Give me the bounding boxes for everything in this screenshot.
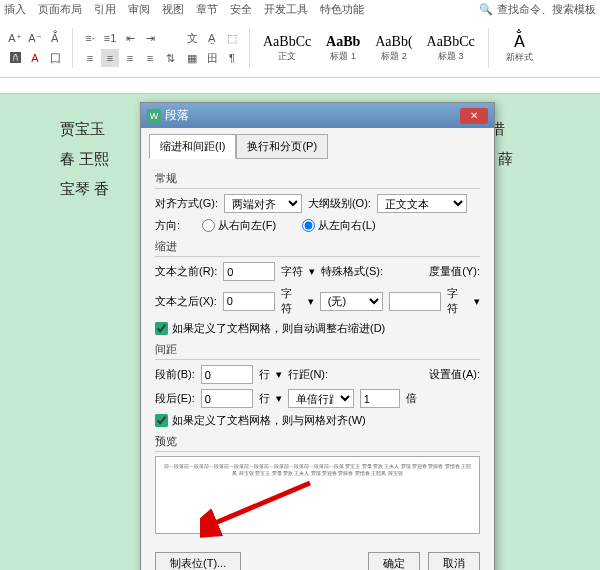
section-spacing: 间距 (155, 342, 480, 360)
measure-spinner[interactable] (389, 292, 441, 311)
dialog-titlebar[interactable]: W段落 ✕ (141, 103, 494, 128)
radio-label: 从右向左(F) (218, 218, 276, 233)
char-shading-icon[interactable]: 囗 (46, 49, 64, 67)
special-format-label: 特殊格式(S): (321, 264, 383, 279)
snap-to-grid-checkbox[interactable]: 如果定义了文档网格，则与网格对齐(W) (155, 413, 480, 428)
tab-features[interactable]: 特色功能 (320, 2, 364, 17)
close-button[interactable]: ✕ (460, 108, 488, 124)
measure-label: 度量值(Y): (429, 264, 480, 279)
style-preview: AaBb (325, 34, 361, 50)
style-heading3[interactable]: AaBbCc 标题 3 (422, 31, 480, 66)
ok-button[interactable]: 确定 (368, 552, 420, 570)
unit-label: 倍 (406, 391, 417, 406)
indent-left-icon[interactable]: ⇤ (121, 29, 139, 47)
tab-review[interactable]: 审阅 (128, 2, 150, 17)
style-label: 正文 (263, 50, 311, 63)
separator (249, 28, 250, 68)
tab-references[interactable]: 引用 (94, 2, 116, 17)
section-general: 常规 (155, 171, 480, 189)
separator (72, 28, 73, 68)
text-dir-icon[interactable]: 文 (183, 29, 201, 47)
font-decrease-icon[interactable]: A⁻ (26, 29, 44, 47)
align-left-icon[interactable]: ≡ (81, 49, 99, 67)
search-icon: 🔍 (479, 3, 493, 16)
unit-label: 行 (259, 367, 270, 382)
align-center-icon[interactable]: ≡ (101, 49, 119, 67)
direction-ltr-radio[interactable]: 从左向右(L) (302, 218, 375, 233)
preview-box: 前一段落前一段落前一段落前一段落前一段落前一段落前一段落前一段落前一段落 贾宝玉… (155, 456, 480, 534)
tabs-button[interactable]: 制表位(T)... (155, 552, 241, 570)
style-normal[interactable]: AaBbCc 正文 (258, 31, 316, 66)
unit-label: 字符 (447, 286, 468, 316)
tab-indent-spacing[interactable]: 缩进和间距(I) (149, 134, 236, 159)
font-style-icon[interactable]: A̐ (46, 29, 64, 47)
separator (488, 28, 489, 68)
style-label: 标题 3 (427, 50, 475, 63)
alignment-select[interactable]: 两端对齐 (224, 194, 302, 213)
ruler[interactable] (0, 78, 600, 94)
search-box[interactable]: 🔍 查找命令、搜索模板 (479, 2, 596, 17)
indent-before-spinner[interactable] (223, 262, 275, 281)
show-marks-icon[interactable]: ¶ (223, 49, 241, 67)
numbering-icon[interactable]: ≡1 (101, 29, 119, 47)
font-color-icon[interactable]: A (26, 49, 44, 67)
special-format-select[interactable]: (无) (320, 292, 383, 311)
shading-icon[interactable]: ▦ (183, 49, 201, 67)
space-before-spinner[interactable] (201, 365, 253, 384)
style-label: 标题 1 (325, 50, 361, 63)
style-heading2[interactable]: AaBb( 标题 2 (370, 31, 417, 66)
paragraph-dialog: W段落 ✕ 缩进和间距(I) 换行和分页(P) 常规 对齐方式(G): 两端对齐… (140, 102, 495, 570)
section-indent: 缩进 (155, 239, 480, 257)
style-preview: AaBb( (375, 34, 412, 50)
space-before-label: 段前(B): (155, 367, 195, 382)
borders-icon[interactable]: 田 (203, 49, 221, 67)
indent-after-spinner[interactable] (223, 292, 275, 311)
char-border-icon[interactable]: ⬚ (223, 29, 241, 47)
checkbox-label: 如果定义了文档网格，则与网格对齐(W) (172, 413, 366, 428)
indent-right-icon[interactable]: ⇥ (141, 29, 159, 47)
set-value-spinner[interactable] (360, 389, 400, 408)
checkbox-label: 如果定义了文档网格，则自动调整右缩进(D) (172, 321, 385, 336)
line-spacing-select[interactable]: 单倍行距 (288, 389, 354, 408)
section-preview: 预览 (155, 434, 480, 452)
style-preview: AaBbCc (263, 34, 311, 50)
direction-rtl-radio[interactable]: 从右向左(F) (202, 218, 276, 233)
radio-label: 从左向右(L) (318, 218, 375, 233)
tab-line-page-breaks[interactable]: 换行和分页(P) (236, 134, 328, 159)
tab-chapter[interactable]: 章节 (196, 2, 218, 17)
dialog-body: 常规 对齐方式(G): 两端对齐 大纲级别(O): 正文文本 方向: 从右向左(… (141, 159, 494, 544)
unit-label: 行 (259, 391, 270, 406)
unit-label: 字符 (281, 286, 302, 316)
style-preview: AaBbCc (427, 34, 475, 50)
tab-page-layout[interactable]: 页面布局 (38, 2, 82, 17)
highlight-icon[interactable]: 🅰 (6, 49, 24, 67)
dialog-tabs: 缩进和间距(I) 换行和分页(P) (141, 128, 494, 159)
outline-select[interactable]: 正文文本 (377, 194, 467, 213)
cancel-button[interactable]: 取消 (428, 552, 480, 570)
tab-security[interactable]: 安全 (230, 2, 252, 17)
bullets-icon[interactable]: ≡· (81, 29, 99, 47)
line-spacing-label: 行距(N): (288, 367, 328, 382)
align-right-icon[interactable]: ≡ (121, 49, 139, 67)
alignment-label: 对齐方式(G): (155, 196, 218, 211)
line-spacing-icon[interactable]: ⇅ (161, 49, 179, 67)
tab-view[interactable]: 视图 (162, 2, 184, 17)
style-heading1[interactable]: AaBb 标题 1 (320, 31, 366, 66)
ribbon: 插入 页面布局 引用 审阅 视图 章节 安全 开发工具 特色功能 🔍 查找命令、… (0, 0, 600, 78)
unit-label: 字符 (281, 264, 303, 279)
direction-label: 方向: (155, 218, 180, 233)
tab-dev-tools[interactable]: 开发工具 (264, 2, 308, 17)
font-increase-icon[interactable]: A⁺ (6, 29, 24, 47)
ribbon-toolbar: A⁺ A⁻ A̐ 🅰 A 囗 ≡· ≡1 ⇤ ⇥ ≡ ≡ ≡ ≡ (0, 19, 600, 77)
space-after-spinner[interactable] (201, 389, 253, 408)
ribbon-tabs: 插入 页面布局 引用 审阅 视图 章节 安全 开发工具 特色功能 🔍 查找命令、… (0, 0, 600, 19)
doc-text: 贾宝玉 (60, 120, 105, 137)
space-after-label: 段后(E): (155, 391, 195, 406)
align-justify-icon[interactable]: ≡ (141, 49, 159, 67)
auto-adjust-indent-checkbox[interactable]: 如果定义了文档网格，则自动调整右缩进(D) (155, 321, 480, 336)
ruby-icon[interactable]: A̤ (203, 29, 221, 47)
style-label: 标题 2 (375, 50, 412, 63)
tab-insert[interactable]: 插入 (4, 2, 26, 17)
indent-after-label: 文本之后(X): (155, 294, 217, 309)
new-style-button[interactable]: A̐ 新样式 (497, 29, 543, 67)
